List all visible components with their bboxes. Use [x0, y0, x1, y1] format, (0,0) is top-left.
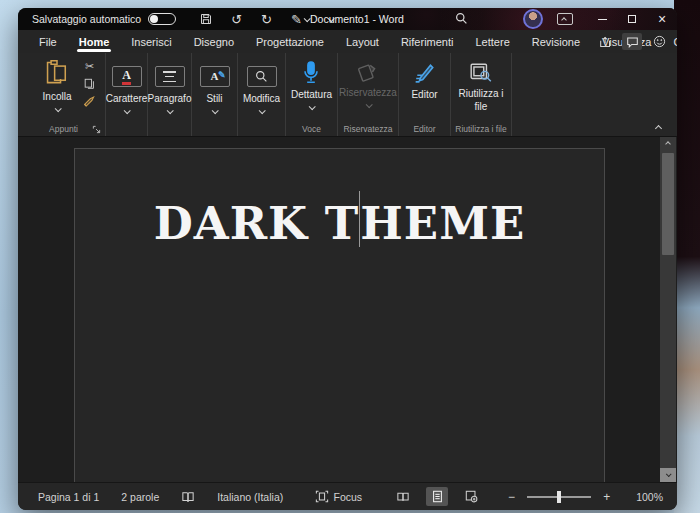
- ribbon-group-paragrafo: Paragrafo: [148, 53, 192, 136]
- tab-revisione[interactable]: Revisione: [521, 30, 591, 53]
- maximize-button[interactable]: [617, 8, 647, 30]
- modifica-button[interactable]: Modifica: [243, 53, 280, 114]
- desktop-background: Salvataggio automatico ↺ ↻ ✎ Documento1 …: [0, 0, 700, 513]
- tab-inserisci[interactable]: Inserisci: [120, 30, 182, 53]
- read-mode-icon: [396, 491, 410, 503]
- word-window: Salvataggio automatico ↺ ↻ ✎ Documento1 …: [18, 8, 677, 510]
- reuse-files-label: Riutilizza i file: [456, 88, 506, 113]
- redo-icon[interactable]: ↻: [261, 13, 272, 26]
- zoom-slider[interactable]: [527, 496, 591, 498]
- ink-pen-icon: ✎: [291, 13, 302, 26]
- group-label-riutilizza: Riutilizza i file: [451, 124, 511, 134]
- copy-icon[interactable]: [84, 78, 95, 90]
- dictate-label: Dettatura: [291, 89, 332, 100]
- ribbon-group-riservatezza: Riservatezza Riservatezza: [338, 53, 399, 136]
- collapse-ribbon-chevron-icon[interactable]: [655, 125, 662, 132]
- ribbon: Incolla ✂: [18, 53, 677, 137]
- ribbon-display-options-button[interactable]: [557, 13, 573, 25]
- reuse-files-icon: [469, 62, 493, 84]
- language-status[interactable]: Italiano (Italia): [217, 491, 283, 503]
- privacy-label: Riservatezza: [339, 87, 397, 98]
- tab-progettazione[interactable]: Progettazione: [245, 30, 335, 53]
- undo-icon[interactable]: ↺: [231, 13, 242, 26]
- tab-home[interactable]: Home: [68, 30, 121, 53]
- print-layout-icon: [432, 490, 443, 503]
- paste-dropdown-chevron-icon: [54, 105, 61, 112]
- carattere-label: Carattere: [106, 93, 148, 104]
- dictate-button[interactable]: Dettatura: [291, 53, 332, 110]
- toggle-knob: [150, 15, 158, 23]
- zoom-level[interactable]: 100%: [636, 491, 663, 503]
- clipboard-icon: [45, 59, 69, 85]
- proofing-book-icon[interactable]: [181, 491, 195, 503]
- tab-riferimenti[interactable]: Riferimenti: [390, 30, 465, 53]
- focus-label: Focus: [334, 491, 363, 503]
- zoom-out-button[interactable]: −: [508, 490, 515, 504]
- paste-button[interactable]: Incolla: [31, 53, 83, 112]
- minimize-icon: [598, 19, 607, 20]
- document-page[interactable]: DARK THEME: [74, 148, 605, 482]
- tab-disegno[interactable]: Disegno: [183, 30, 245, 53]
- paragrafo-button[interactable]: Paragrafo: [148, 53, 192, 114]
- styles-icon: A✎: [211, 71, 219, 82]
- paragrafo-chevron-icon: [167, 107, 174, 114]
- paragrafo-label: Paragrafo: [148, 93, 192, 104]
- editor-pen-icon: [414, 62, 436, 84]
- tab-file[interactable]: File: [28, 30, 68, 53]
- comments-icon[interactable]: [622, 33, 642, 50]
- modifica-chevron-icon: [259, 107, 266, 114]
- format-painter-icon[interactable]: [83, 96, 96, 108]
- autosave-toggle[interactable]: [148, 13, 176, 25]
- tab-layout[interactable]: Layout: [335, 30, 390, 53]
- cut-icon[interactable]: ✂: [85, 61, 94, 72]
- privacy-button: Riservatezza: [339, 53, 397, 108]
- editor-button[interactable]: Editor: [411, 53, 437, 100]
- share-icon[interactable]: [595, 33, 615, 50]
- maximize-icon: [628, 15, 636, 23]
- account-avatar[interactable]: [523, 9, 543, 29]
- stili-label: Stili: [206, 93, 222, 104]
- scroll-down-button[interactable]: [660, 468, 676, 482]
- scroll-down-icon: [666, 471, 672, 477]
- close-button[interactable]: ×: [647, 8, 677, 30]
- web-layout-view-button[interactable]: [460, 487, 482, 506]
- focus-mode-button[interactable]: Focus: [315, 490, 363, 503]
- reuse-files-button[interactable]: Riutilizza i file: [456, 53, 506, 113]
- scroll-up-button[interactable]: [660, 137, 676, 151]
- ribbon-group-stili: A✎ Stili: [192, 53, 238, 136]
- print-layout-view-button[interactable]: [426, 487, 448, 506]
- word-count-status[interactable]: 2 parole: [121, 491, 159, 503]
- carattere-button[interactable]: A Carattere: [106, 53, 148, 114]
- find-icon: [255, 70, 268, 83]
- status-bar: Pagina 1 di 1 2 parole Italiano (Italia)…: [18, 482, 677, 510]
- microphone-icon: [302, 61, 320, 85]
- font-icon: A: [122, 69, 131, 85]
- group-label-voce: Voce: [286, 124, 337, 134]
- document-canvas: DARK THEME: [18, 137, 677, 482]
- title-bar: Salvataggio automatico ↺ ↻ ✎ Documento1 …: [18, 8, 677, 30]
- stili-button[interactable]: A✎ Stili: [200, 53, 230, 114]
- appunti-dialog-launcher-icon[interactable]: [92, 125, 101, 134]
- privacy-icon: [357, 61, 379, 83]
- carattere-chevron-icon: [124, 107, 131, 114]
- ribbon-group-editor: Editor Editor: [399, 53, 451, 136]
- vertical-scrollbar[interactable]: [660, 137, 676, 482]
- feedback-smiley-icon[interactable]: [649, 33, 669, 50]
- minimize-button[interactable]: [587, 8, 617, 30]
- save-icon[interactable]: [200, 13, 212, 25]
- zoom-slider-thumb[interactable]: [557, 491, 561, 503]
- ribbon-group-modifica: Modifica: [238, 53, 286, 136]
- focus-icon: [315, 490, 329, 503]
- ink-tool-button[interactable]: ✎: [291, 13, 309, 26]
- scrollbar-thumb[interactable]: [662, 153, 674, 255]
- close-icon: ×: [658, 12, 666, 26]
- search-icon[interactable]: [455, 12, 468, 25]
- read-mode-view-button[interactable]: [392, 487, 414, 506]
- page-count-status[interactable]: Pagina 1 di 1: [38, 491, 99, 503]
- tab-lettere[interactable]: Lettere: [465, 30, 521, 53]
- ribbon-tab-row: File Home Inserisci Disegno Progettazion…: [18, 30, 677, 53]
- desktop-wallpaper-right: [674, 0, 700, 513]
- zoom-in-button[interactable]: +: [603, 490, 610, 504]
- stili-chevron-icon: [212, 107, 219, 114]
- privacy-chevron-icon: [365, 101, 372, 108]
